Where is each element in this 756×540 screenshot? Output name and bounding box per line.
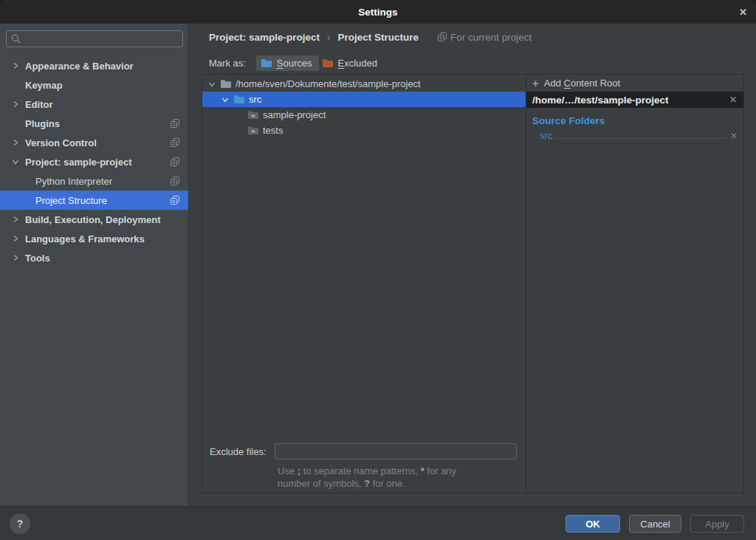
remove-source-folder-icon[interactable]: ✕ (730, 131, 738, 141)
close-icon[interactable]: ✕ (739, 0, 747, 24)
exclude-files-label: Exclude files: (210, 446, 275, 457)
sidebar-item-languages-frameworks[interactable]: Languages & Frameworks (0, 229, 188, 248)
mark-as-toolbar: Mark as: Sources Excluded (209, 53, 384, 72)
sidebar-item-keymap[interactable]: Keymap (0, 75, 188, 95)
project-tree: /home/sven/Dokumente/test/sample-project… (202, 76, 526, 138)
sidebar-item-tools[interactable]: Tools (0, 248, 188, 267)
chevron-right-icon[interactable] (12, 254, 25, 262)
dotted-leader (555, 138, 727, 139)
chevron-down-icon[interactable] (12, 158, 25, 165)
search-input[interactable] (6, 30, 183, 47)
plus-icon: + (532, 78, 539, 89)
per-project-icon (171, 119, 179, 128)
source-folder-item-src[interactable]: src ✕ (540, 130, 738, 141)
sidebar-item-project-structure[interactable]: Project Structure (0, 191, 188, 210)
for-current-project-icon (438, 33, 447, 41)
add-content-root-button[interactable]: + Add Content Root (526, 75, 743, 92)
folder-icon (247, 126, 259, 135)
title-bar: Settings ✕ (0, 0, 756, 24)
chevron-down-icon[interactable] (207, 81, 216, 88)
search-icon (11, 34, 21, 44)
excluded-folder-icon (322, 58, 334, 68)
sidebar-item-python-interpreter[interactable]: Python Interpreter (0, 171, 188, 191)
ok-button[interactable]: OK (566, 515, 620, 533)
apply-button[interactable]: Apply (690, 515, 744, 533)
settings-dialog: Settings ✕ Appearance & Behavior Keymap … (0, 0, 756, 540)
tree-row-sample-project[interactable]: sample-project (202, 107, 526, 123)
per-project-icon (171, 138, 179, 147)
tree-row-src[interactable]: src (202, 92, 526, 107)
source-folders-heading: Source Folders (526, 108, 743, 126)
breadcrumb-project[interactable]: Project: sample-project (209, 32, 320, 43)
folder-icon (247, 110, 259, 120)
sidebar-item-build-execution-deployment[interactable]: Build, Execution, Deployment (0, 210, 188, 229)
scope-note: For current project (438, 32, 532, 43)
chevron-right-icon[interactable] (12, 62, 25, 69)
project-tree-panel: /home/sven/Dokumente/test/sample-project… (202, 75, 526, 493)
per-project-icon (171, 177, 179, 185)
breadcrumb-page: Project Structure (337, 32, 419, 43)
footer-buttons: OK Cancel Apply (566, 515, 744, 533)
window-title: Settings (358, 7, 397, 18)
content-root-path[interactable]: /home/…/test/sample-project ✕ (526, 92, 743, 108)
chevron-right-icon[interactable] (12, 139, 25, 146)
chevron-down-icon[interactable] (221, 96, 230, 103)
tree-row-content-root[interactable]: /home/sven/Dokumente/test/sample-project (202, 76, 526, 92)
mark-as-excluded-button[interactable]: Excluded (320, 55, 384, 71)
exclude-files-row: Exclude files: (202, 442, 526, 460)
sources-folder-icon (261, 58, 272, 68)
breadcrumb-separator: › (327, 32, 330, 43)
sidebar-item-project-sample-project[interactable]: Project: sample-project (0, 152, 188, 171)
content-panels: /home/sven/Dokumente/test/sample-project… (202, 74, 744, 493)
chevron-right-icon[interactable] (12, 235, 25, 242)
breadcrumb: Project: sample-project › Project Struct… (209, 30, 532, 44)
search-field[interactable] (25, 33, 178, 44)
sidebar-item-editor[interactable]: Editor (0, 95, 188, 114)
mark-as-sources-button[interactable]: Sources (256, 55, 319, 71)
help-button[interactable]: ? (10, 513, 30, 534)
settings-sidebar: Appearance & Behavior Keymap Editor Plug… (0, 24, 189, 506)
sidebar-item-appearance-behavior[interactable]: Appearance & Behavior (0, 56, 188, 75)
source-folder-icon (233, 95, 245, 104)
sidebar-item-plugins[interactable]: Plugins (0, 114, 188, 133)
chevron-right-icon[interactable] (12, 216, 25, 223)
exclude-files-input[interactable] (275, 443, 517, 459)
mark-as-label: Mark as: (209, 58, 246, 69)
per-project-icon (171, 196, 179, 205)
dialog-footer: ? OK Cancel Apply (0, 506, 756, 540)
cancel-button[interactable]: Cancel (629, 515, 681, 533)
per-project-icon (171, 157, 179, 166)
tree-row-tests[interactable]: tests (202, 123, 526, 138)
exclude-files-hint: Use ; to separate name patterns, * for a… (278, 465, 529, 490)
chevron-right-icon[interactable] (12, 100, 25, 108)
content-roots-panel: + Add Content Root /home/…/test/sample-p… (526, 75, 743, 493)
remove-content-root-icon[interactable]: ✕ (729, 95, 737, 105)
sidebar-menu: Appearance & Behavior Keymap Editor Plug… (0, 56, 188, 267)
sidebar-item-version-control[interactable]: Version Control (0, 133, 188, 152)
folder-icon (220, 79, 232, 89)
